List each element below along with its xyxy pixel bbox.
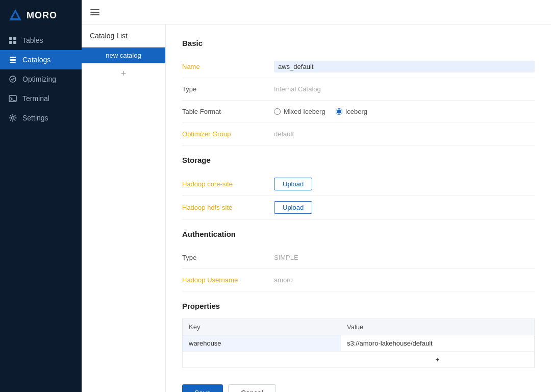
- type-row: Type Internal Catalog: [182, 78, 535, 101]
- add-catalog-button[interactable]: +: [82, 63, 165, 84]
- logo-text: MORO: [27, 10, 57, 21]
- hadoop-hdfs-label: Hadoop hdfs-site: [182, 204, 274, 211]
- radio-iceberg-input[interactable]: [336, 108, 342, 115]
- table-row-add: +: [183, 352, 535, 368]
- main-wrap: Catalog List new catalog + Basic Name Ty…: [82, 0, 551, 392]
- catalogs-icon: [8, 55, 17, 64]
- name-row: Name: [182, 56, 535, 78]
- cancel-button[interactable]: Cancel: [228, 384, 276, 392]
- sidebar-label-optimizing: Optimizing: [22, 75, 56, 83]
- name-value: [274, 61, 535, 72]
- value-column-header: Value: [341, 319, 535, 335]
- storage-section-title: Storage: [182, 156, 535, 164]
- hadoop-hdfs-row: Hadoop hdfs-site Upload: [182, 196, 535, 219]
- type-label: Type: [182, 85, 274, 93]
- topbar: [82, 0, 551, 24]
- sidebar-nav: Tables Catalogs Optimizing: [0, 31, 82, 128]
- logo: MORO: [0, 0, 82, 31]
- auth-type-row: Type SIMPLE: [182, 247, 535, 269]
- sidebar-item-tables[interactable]: Tables: [0, 31, 82, 50]
- table-format-options: Mixed Iceberg Iceberg: [274, 108, 535, 115]
- table-row: warehouse s3://amoro-lakehouse/default: [183, 335, 535, 352]
- hadoop-hdfs-upload: Upload: [274, 201, 535, 214]
- svg-rect-2: [9, 37, 12, 40]
- prop-value-warehouse: s3://amoro-lakehouse/default: [341, 335, 535, 352]
- optimizer-group-label: Optimizer Group: [182, 130, 274, 138]
- svg-rect-4: [9, 41, 12, 44]
- svg-rect-3: [13, 37, 16, 40]
- svg-point-12: [12, 117, 14, 119]
- optimizer-group-row: Optimizer Group default: [182, 123, 535, 145]
- table-format-row: Table Format Mixed Iceberg Iceberg: [182, 101, 535, 123]
- terminal-icon: [8, 94, 17, 103]
- auth-type-label: Type: [182, 254, 274, 261]
- radio-iceberg-label: Iceberg: [345, 108, 367, 115]
- sidebar-item-catalogs[interactable]: Catalogs: [0, 50, 82, 69]
- hadoop-core-label: Hadoop core-site: [182, 180, 274, 188]
- form-footer: Save Cancel: [182, 384, 535, 392]
- menu-icon[interactable]: [90, 7, 100, 17]
- form-panel: Basic Name Type Internal Catalog Table F…: [166, 24, 551, 392]
- svg-rect-6: [10, 57, 16, 58]
- sidebar-item-optimizing[interactable]: Optimizing: [0, 69, 82, 89]
- properties-table: Key Value warehouse s3://amoro-lakehouse…: [182, 318, 535, 368]
- sidebar-item-settings[interactable]: Settings: [0, 108, 82, 128]
- svg-rect-5: [13, 41, 16, 44]
- radio-mixed-iceberg[interactable]: Mixed Iceberg: [274, 108, 325, 115]
- sidebar-label-tables: Tables: [22, 36, 43, 44]
- radio-mixed-iceberg-input[interactable]: [274, 108, 281, 115]
- add-property-button[interactable]: +: [341, 352, 535, 368]
- sidebar-item-terminal[interactable]: Terminal: [0, 89, 82, 108]
- hadoop-core-row: Hadoop core-site Upload: [182, 173, 535, 196]
- svg-rect-7: [10, 59, 16, 61]
- hadoop-username-row: Hadoop Username amoro: [182, 269, 535, 291]
- settings-icon: [8, 113, 17, 122]
- radio-iceberg[interactable]: Iceberg: [336, 108, 367, 115]
- catalog-list-header: Catalog List: [82, 24, 165, 47]
- new-catalog-button[interactable]: new catalog: [82, 47, 165, 63]
- new-key-input[interactable]: [189, 356, 335, 363]
- svg-rect-8: [10, 62, 16, 63]
- save-button[interactable]: Save: [182, 384, 223, 392]
- hadoop-core-upload: Upload: [274, 178, 535, 190]
- optimizing-icon: [8, 75, 17, 84]
- optimizer-group-value: default: [274, 130, 535, 138]
- tables-icon: [8, 36, 17, 45]
- name-input[interactable]: [278, 63, 531, 70]
- prop-key-new[interactable]: [183, 352, 341, 368]
- sidebar-label-catalogs: Catalogs: [22, 56, 51, 64]
- hadoop-username-label: Hadoop Username: [182, 276, 274, 284]
- prop-key-warehouse: warehouse: [183, 335, 341, 352]
- properties-section-title: Properties: [182, 302, 535, 310]
- name-label: Name: [182, 63, 274, 70]
- logo-icon: [8, 8, 22, 22]
- key-column-header: Key: [183, 319, 341, 335]
- sidebar-label-terminal: Terminal: [22, 94, 49, 103]
- table-format-label: Table Format: [182, 108, 274, 115]
- catalog-list-panel: Catalog List new catalog +: [82, 24, 166, 392]
- hadoop-core-upload-button[interactable]: Upload: [274, 178, 312, 190]
- radio-mixed-iceberg-label: Mixed Iceberg: [284, 108, 325, 115]
- hadoop-hdfs-upload-button[interactable]: Upload: [274, 201, 312, 214]
- auth-section-title: Authentication: [182, 230, 535, 238]
- auth-type-value: SIMPLE: [274, 254, 535, 261]
- basic-section-title: Basic: [182, 39, 535, 47]
- sidebar-label-settings: Settings: [22, 114, 48, 122]
- hadoop-username-value: amoro: [274, 276, 535, 284]
- content-area: Catalog List new catalog + Basic Name Ty…: [82, 24, 551, 392]
- type-value: Internal Catalog: [274, 85, 535, 93]
- sidebar: MORO Tables Catalogs: [0, 0, 82, 392]
